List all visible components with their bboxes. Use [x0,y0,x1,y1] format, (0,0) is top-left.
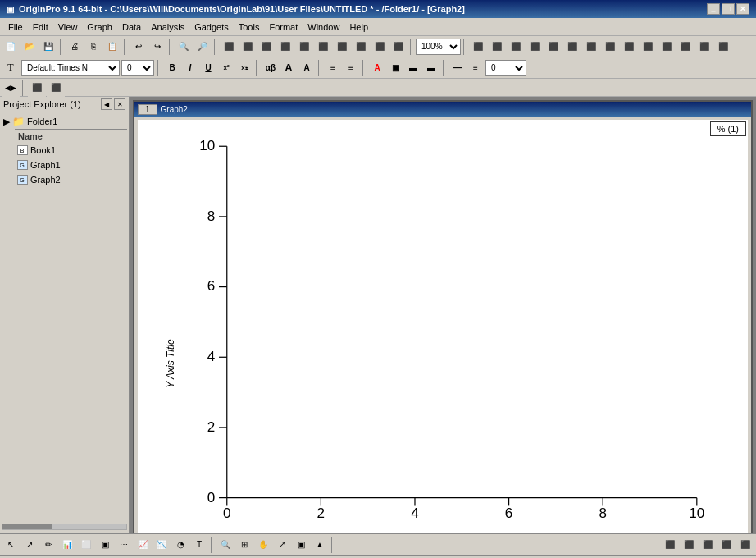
pointer-tool[interactable]: ↗ [20,536,39,554]
tb-btn-26[interactable]: ⬛ [676,38,695,56]
frame-tool[interactable]: ⬜ [77,536,95,554]
tb-btn-9[interactable]: ⬛ [295,38,313,56]
redo-button[interactable]: ↪ [148,38,166,56]
tb-btn-12[interactable]: ⬛ [352,38,370,56]
bar-chart-tool[interactable]: 📊 [58,536,76,554]
tb-btn-20[interactable]: ⬛ [563,38,581,56]
menu-edit[interactable]: Edit [28,21,53,34]
3d-tool[interactable]: ⬛ [661,536,679,554]
draw-tool[interactable]: ✏ [39,536,57,554]
pe-toggle[interactable]: ◀▶ [2,79,20,97]
template-tool[interactable]: ⬛ [717,536,736,554]
open-button[interactable]: 📂 [20,38,39,56]
text-tool[interactable]: T [190,536,208,554]
zoom-select[interactable]: 100% [416,39,461,55]
pe-btn2[interactable]: ⬛ [47,79,65,97]
pe-folder-item[interactable]: ▶ 📁 Folder1 [2,114,127,129]
close-button[interactable]: ✕ [736,3,749,15]
menu-file[interactable]: File [3,21,28,34]
align-left-button[interactable]: ≡ [325,60,341,76]
line-color-button[interactable]: ▬ [405,60,421,76]
pe-close-button[interactable]: ✕ [114,98,125,110]
tb-btn-18[interactable]: ⬛ [526,38,544,56]
font-name-select[interactable]: Default: Times N [21,60,120,76]
subscript-button[interactable]: x₂ [236,60,253,76]
line-weight-button[interactable]: ≡ [467,60,484,76]
pick-peak-tool[interactable]: ▲ [311,536,329,554]
pe-pin-button[interactable]: ◀ [101,98,112,110]
align-center-button[interactable]: ≡ [343,60,359,76]
scatter-tool[interactable]: ⋯ [115,536,133,554]
underline-button[interactable]: U [200,60,216,76]
tb-btn-16[interactable]: ⬛ [488,38,506,56]
menu-help[interactable]: Help [344,21,373,34]
undo-button[interactable]: ↩ [130,38,148,56]
tb-btn-23[interactable]: ⬛ [620,38,638,56]
pe-item-graph1[interactable]: G Graph1 [15,158,127,172]
zoom-in-button[interactable]: 🔍 [175,38,193,56]
text-color-button[interactable]: A [369,60,385,76]
pe-item-graph2[interactable]: G Graph2 [15,172,127,187]
tb-btn-10[interactable]: ⬛ [314,38,332,56]
axis-tool[interactable]: ⬛ [680,536,698,554]
pe-item-book1[interactable]: B Book1 [15,143,127,158]
data-reader-tool[interactable]: ▣ [292,536,310,554]
menu-graph[interactable]: Graph [82,21,117,34]
highlight-button[interactable]: ▣ [387,60,403,76]
fill-color-button[interactable]: ▬ [423,60,439,76]
tb-btn-6[interactable]: ⬛ [239,38,257,56]
pe-btn1[interactable]: ⬛ [28,79,46,97]
pe-scrollbar[interactable] [0,519,129,533]
tb-btn-28[interactable]: ⬛ [714,38,732,56]
tb-btn-21[interactable]: ⬛ [582,38,600,56]
tb-btn-8[interactable]: ⬛ [276,38,294,56]
y-axis-title[interactable]: Y Axis Title [165,339,176,387]
font-size-decrease[interactable]: A [298,60,315,76]
tb-btn-25[interactable]: ⬛ [658,38,676,56]
maximize-button[interactable]: □ [722,3,735,15]
bold-button[interactable]: B [164,60,180,76]
save-button[interactable]: 💾 [39,38,57,56]
paste-button[interactable]: 📋 [103,38,121,56]
arrow-tool[interactable]: ↖ [2,536,20,554]
graph2-tab[interactable]: 1 [138,104,157,115]
minimize-button[interactable]: _ [707,3,720,15]
zoom-region-tool[interactable]: ⊞ [235,536,253,554]
zoom-tool[interactable]: 🔍 [216,536,235,554]
tb-btn-27[interactable]: ⬛ [695,38,713,56]
tb-btn-17[interactable]: ⬛ [507,38,525,56]
tb-btn-7[interactable]: ⬛ [257,38,276,56]
menu-tools[interactable]: Tools [234,21,265,34]
zoom-out-button[interactable]: 🔎 [194,38,212,56]
tb-btn-5[interactable]: ⬛ [220,38,238,56]
print-button[interactable]: 🖨 [66,38,84,56]
line-style-button[interactable]: — [449,60,466,76]
region-tool[interactable]: ▣ [96,536,114,554]
superscript-button[interactable]: x² [218,60,235,76]
menu-gadgets[interactable]: Gadgets [189,21,234,34]
tb-btn-24[interactable]: ⬛ [639,38,657,56]
tb-btn-11[interactable]: ⬛ [333,38,351,56]
tb-btn-22[interactable]: ⬛ [601,38,619,56]
tb-btn-19[interactable]: ⬛ [544,38,562,56]
italic-button[interactable]: I [182,60,198,76]
pie-tool[interactable]: ◔ [171,536,189,554]
tb-btn-14[interactable]: ⬛ [389,38,408,56]
pan-tool[interactable]: ✋ [254,536,272,554]
tb-btn-15[interactable]: ⬛ [469,38,487,56]
line-thickness-select[interactable]: 0 [485,60,526,76]
new-button[interactable]: 📄 [2,38,20,56]
column-tool[interactable]: 📉 [153,536,171,554]
line-tool[interactable]: 📈 [134,536,152,554]
menu-view[interactable]: View [53,21,83,34]
font-size-increase[interactable]: A [280,60,297,76]
greek-button[interactable]: αβ [262,60,279,76]
rescale-tool[interactable]: ⤢ [273,536,291,554]
script-tool[interactable]: ⬛ [736,536,754,554]
layer-tool[interactable]: ⬛ [699,536,717,554]
menu-window[interactable]: Window [303,21,344,34]
copy-button[interactable]: ⎘ [84,38,102,56]
tb-btn-13[interactable]: ⬛ [371,38,389,56]
menu-analysis[interactable]: Analysis [146,21,189,34]
menu-format[interactable]: Format [264,21,303,34]
